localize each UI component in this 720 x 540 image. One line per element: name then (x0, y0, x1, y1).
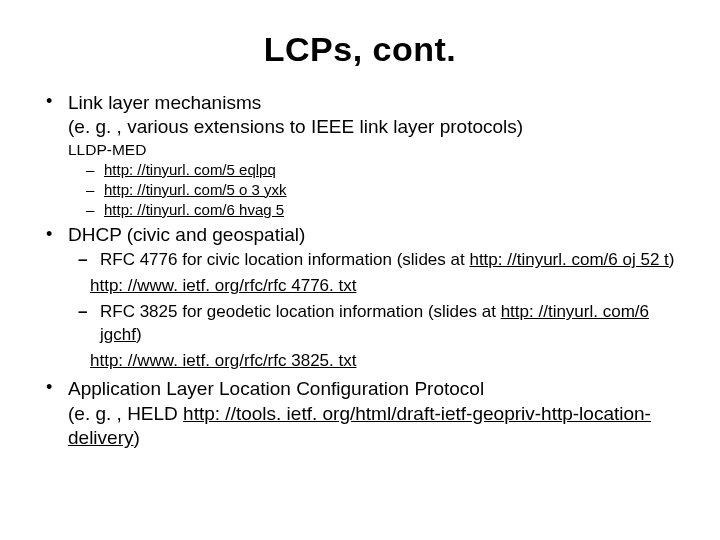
bullet-1-links: http: //tinyurl. com/5 eqlpq http: //tin… (68, 160, 680, 221)
bullet-2-head: DHCP (civic and geospatial) (68, 224, 680, 246)
link-5eqlpq[interactable]: http: //tinyurl. com/5 eqlpq (104, 161, 276, 178)
link-6oj52t[interactable]: http: //tinyurl. com/6 oj 52 t (469, 250, 668, 269)
bullet-2-sub-2: RFC 3825 for geodetic location informati… (78, 301, 680, 347)
slide: LCPs, cont. Link layer mechanisms (e. g.… (0, 0, 720, 540)
bullet-3-pre: (e. g. , HELD (68, 403, 183, 424)
bullet-3-line1: Application Layer Location Configuration… (68, 377, 680, 402)
bullet-3-post: ) (133, 427, 139, 448)
bullet-2-sub-2-url: http: //www. ietf. org/rfc/rfc 3825. txt (68, 350, 680, 373)
link-6hvag5[interactable]: http: //tinyurl. com/6 hvag 5 (104, 201, 284, 218)
bullet-2-sublist: RFC 4776 for civic location information … (68, 249, 680, 272)
bullet-list: Link layer mechanisms (e. g. , various e… (40, 91, 680, 451)
bullet-2-sub-1-post: ) (669, 250, 675, 269)
slide-title: LCPs, cont. (40, 30, 680, 69)
bullet-2-sublist-b: RFC 3825 for geodetic location informati… (68, 301, 680, 347)
bullet-2-sub-1: RFC 4776 for civic location information … (78, 249, 680, 272)
bullet-1-subhead: LLDP-MED (68, 141, 680, 159)
bullet-3: Application Layer Location Configuration… (40, 377, 680, 451)
bullet-2-sub-1-url: http: //www. ietf. org/rfc/rfc 4776. txt (68, 275, 680, 298)
bullet-2-sub-2-text: RFC 3825 for geodetic location informati… (100, 302, 501, 321)
bullet-2-sub-1-text: RFC 4776 for civic location information … (100, 250, 469, 269)
link-5o3yxk[interactable]: http: //tinyurl. com/5 o 3 yxk (104, 181, 287, 198)
bullet-1-link-2: http: //tinyurl. com/5 o 3 yxk (86, 180, 680, 200)
bullet-1-link-1: http: //tinyurl. com/5 eqlpq (86, 160, 680, 180)
bullet-2: DHCP (civic and geospatial) RFC 4776 for… (40, 224, 680, 373)
bullet-3-line2: (e. g. , HELD http: //tools. ietf. org/h… (68, 402, 680, 451)
bullet-2-sub-2-post: ) (136, 325, 142, 344)
link-rfc3825[interactable]: http: //www. ietf. org/rfc/rfc 3825. txt (90, 351, 356, 370)
bullet-1-link-3: http: //tinyurl. com/6 hvag 5 (86, 200, 680, 220)
bullet-1-line1: Link layer mechanisms (68, 91, 680, 115)
bullet-1: Link layer mechanisms (e. g. , various e… (40, 91, 680, 220)
bullet-1-line2: (e. g. , various extensions to IEEE link… (68, 115, 680, 139)
link-rfc4776[interactable]: http: //www. ietf. org/rfc/rfc 4776. txt (90, 276, 356, 295)
